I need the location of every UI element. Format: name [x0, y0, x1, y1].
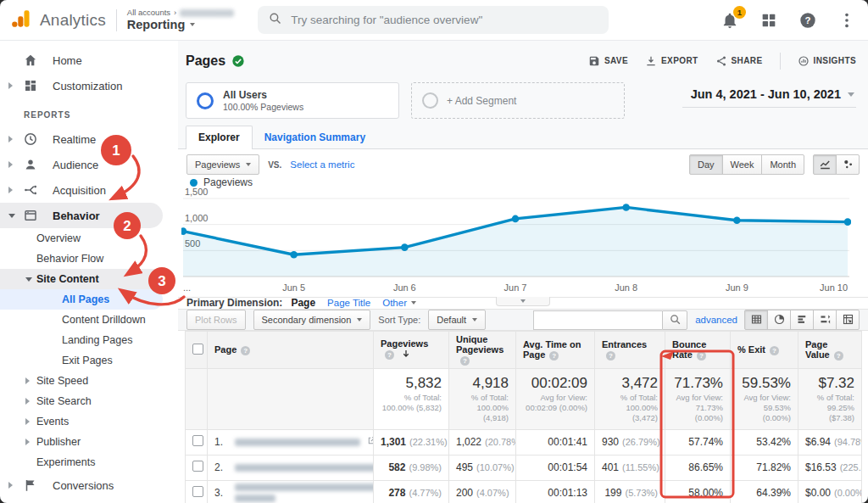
realtime-icon — [23, 131, 38, 147]
row-checkbox[interactable] — [192, 486, 203, 497]
sidebar-item-site-speed[interactable]: Site Speed — [0, 371, 178, 391]
sidebar-item-events[interactable]: Events — [0, 411, 178, 432]
svg-text:Jun 6: Jun 6 — [393, 282, 416, 293]
row-checkbox[interactable] — [192, 461, 203, 472]
sidebar-item-overview[interactable]: Overview — [0, 228, 178, 249]
global-search-input[interactable] — [291, 14, 598, 26]
insights-icon — [798, 55, 810, 67]
performance-view-icon — [796, 313, 809, 327]
page-cell[interactable]: 2. — [208, 455, 374, 480]
sort-type-label: Sort Type: — [378, 315, 420, 325]
row-checkbox[interactable] — [192, 435, 203, 446]
select-metric-link[interactable]: Select a metric — [290, 159, 354, 170]
sidebar-item-landing-pages[interactable]: Landing Pages — [0, 330, 178, 350]
add-segment-button[interactable]: + Add Segment — [411, 82, 625, 119]
apps-grid-button[interactable] — [760, 11, 778, 30]
comparison-view-button[interactable] — [813, 310, 837, 330]
advanced-link[interactable]: advanced — [695, 315, 737, 325]
table-row[interactable]: 1.1,301(22.31%)1,022(20.78%)00:01:41930(… — [186, 429, 862, 455]
help-icon[interactable]: ? — [460, 356, 470, 366]
granularity-day[interactable]: Day — [689, 154, 723, 175]
table-search-input[interactable] — [533, 310, 662, 330]
sidebar-item-content-drilldown[interactable]: Content Drilldown — [0, 310, 178, 330]
table-search-button[interactable] — [662, 310, 687, 330]
metric-dropdown[interactable]: Pageviews — [186, 154, 259, 175]
column-header-exit[interactable]: % Exit? — [731, 332, 798, 369]
help-icon[interactable]: ? — [241, 346, 250, 355]
granularity-month[interactable]: Month — [761, 154, 804, 175]
sidebar-item-experiments[interactable]: Experiments — [0, 452, 178, 472]
segment-all-users[interactable]: All Users 100.00% Pageviews — [186, 82, 399, 119]
sidebar-item-label: Home — [53, 54, 82, 67]
svg-text:1,000: 1,000 — [185, 213, 208, 223]
help-icon[interactable]: ? — [770, 346, 779, 355]
global-search[interactable] — [258, 6, 609, 34]
sidebar-item-label: Overview — [36, 232, 81, 244]
secondary-dimension-dropdown[interactable]: Secondary dimension — [253, 310, 371, 330]
select-all-checkbox[interactable] — [192, 344, 203, 355]
page-cell[interactable]: 3. — [208, 480, 374, 503]
plot-rows-button[interactable]: Plot Rows — [186, 310, 246, 330]
chevron-right-icon — [8, 82, 13, 89]
sidebar-item-all-pages[interactable]: All Pages — [0, 289, 163, 310]
cell-avg-time: 00:01:13 — [516, 480, 595, 503]
column-header-page-value[interactable]: Page Value? — [798, 332, 862, 369]
verified-check-icon — [231, 54, 245, 68]
page-cell[interactable]: 1. — [208, 429, 374, 455]
account-switcher[interactable]: All accounts › Reporting — [127, 8, 234, 32]
analytics-logo[interactable]: Analytics — [10, 8, 106, 33]
sidebar-item-home[interactable]: Home — [0, 48, 178, 73]
export-button[interactable]: EXPORT — [645, 55, 698, 67]
column-header-unique-pageviews[interactable]: Unique Pageviews? — [449, 332, 516, 369]
sidebar-item-audience[interactable]: Audience — [0, 152, 178, 177]
primary-dimension-other[interactable]: Other — [382, 298, 416, 308]
sidebar-item-behavior[interactable]: Behavior — [0, 203, 163, 228]
sidebar-item-realtime[interactable]: Realtime — [0, 126, 178, 152]
line-chart-button[interactable] — [813, 154, 837, 175]
external-link-icon[interactable] — [367, 436, 374, 448]
pageviews-chart[interactable]: 5001,0001,500...Jun 5Jun 6Jun 7Jun 8Jun … — [178, 188, 868, 297]
column-header-entrances[interactable]: Entrances? — [595, 332, 665, 369]
column-header-avg-time-on-page[interactable]: Avg. Time on Page? — [516, 332, 595, 369]
performance-view-button[interactable] — [790, 310, 814, 330]
more-menu-button[interactable] — [837, 11, 856, 30]
sidebar-item-customization[interactable]: Customization — [0, 73, 178, 98]
help-icon[interactable]: ? — [549, 351, 559, 360]
tab-explorer[interactable]: Explorer — [186, 126, 253, 149]
table-row[interactable]: 2.582(9.98%)495(10.07%)00:01:54401(11.55… — [186, 455, 862, 480]
table-row[interactable]: 3.278(4.77%)200(4.07%)00:01:13199(5.73%)… — [186, 480, 862, 503]
help-icon[interactable]: ? — [834, 351, 843, 360]
column-header-pageviews[interactable]: Pageviews? — [374, 332, 449, 369]
help-button[interactable]: ? — [798, 11, 817, 30]
granularity-week[interactable]: Week — [722, 154, 763, 175]
notifications-button[interactable]: 1 — [721, 11, 739, 30]
help-icon[interactable]: ? — [606, 351, 615, 360]
sidebar-item-site-search[interactable]: Site Search — [0, 391, 178, 411]
sidebar-item-exit-pages[interactable]: Exit Pages — [0, 350, 178, 371]
sidebar-item-behavior-flow[interactable]: Behavior Flow — [0, 249, 178, 269]
help-icon[interactable]: ? — [385, 350, 394, 360]
tab-navigation-summary[interactable]: Navigation Summary — [253, 126, 377, 148]
motion-chart-button[interactable] — [836, 154, 860, 175]
sidebar-item-acquisition[interactable]: Acquisition — [0, 177, 178, 203]
primary-dimension-page-title[interactable]: Page Title — [327, 298, 370, 308]
column-header-bounce-rate[interactable]: Bounce Rate? — [665, 332, 731, 369]
date-range-picker[interactable]: Jun 4, 2021 - Jun 10, 2021 — [682, 82, 856, 108]
chart-collapse-handle[interactable] — [496, 297, 550, 306]
insights-button[interactable]: INSIGHTS — [798, 55, 856, 67]
share-button[interactable]: SHARE — [715, 55, 763, 67]
sidebar-item-conversions[interactable]: Conversions — [0, 472, 178, 498]
sidebar-item-publisher[interactable]: Publisher — [0, 432, 178, 452]
percentage-view-button[interactable] — [767, 310, 791, 330]
primary-dimension-page[interactable]: Page — [291, 297, 315, 309]
sort-type-dropdown[interactable]: Default — [428, 310, 486, 330]
save-button[interactable]: SAVE — [588, 55, 628, 67]
sort-desc-icon[interactable] — [401, 349, 411, 360]
column-header-page[interactable]: Page? — [208, 332, 374, 369]
metric-bar: Pageviews VS. Select a metric DayWeekMon… — [178, 154, 868, 175]
sidebar-item-site-content[interactable]: Site Content — [0, 269, 163, 289]
table-view-button[interactable] — [744, 310, 768, 330]
pivot-view-button[interactable] — [836, 310, 860, 330]
audience-icon — [23, 157, 38, 172]
help-icon[interactable]: ? — [697, 351, 706, 360]
